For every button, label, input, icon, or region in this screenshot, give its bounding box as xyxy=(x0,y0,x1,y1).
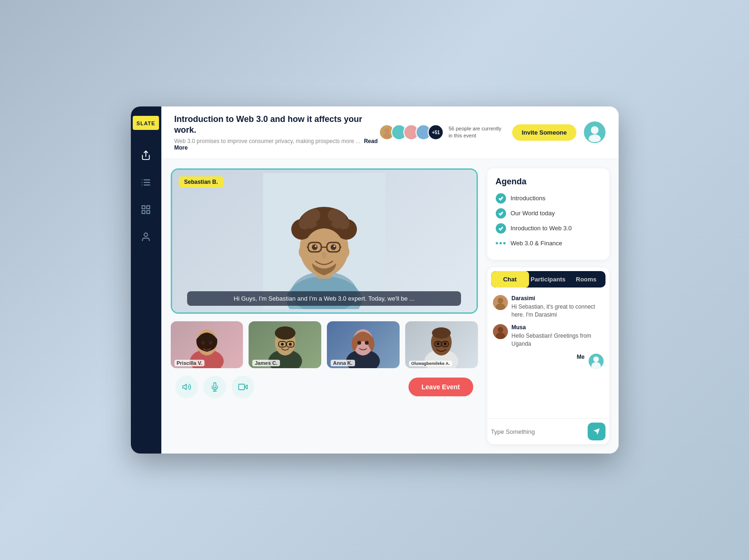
chat-message-me: Me xyxy=(493,354,604,369)
svg-point-40 xyxy=(315,245,317,247)
controls-left xyxy=(175,376,254,398)
video-section: Sebastian B. Hi Guys, I'm Sebastian and … xyxy=(171,168,478,444)
event-description: Web 3.0 promises to improve consumer pri… xyxy=(174,138,379,151)
svg-point-21 xyxy=(589,135,601,143)
svg-point-14 xyxy=(397,129,402,134)
svg-point-16 xyxy=(409,129,414,134)
agenda-item-4: Web 3.0 & Finance xyxy=(496,238,601,249)
svg-point-84 xyxy=(591,362,601,369)
sidebar-icon-person[interactable] xyxy=(139,230,152,243)
sidebar-icon-list[interactable] xyxy=(139,176,152,189)
participant-name-james: James C. xyxy=(252,360,280,366)
me-avatar xyxy=(589,354,604,369)
participant-thumb-anna: Anna K. xyxy=(327,321,400,368)
agenda-label-1: Introductions xyxy=(511,195,545,202)
tab-rooms[interactable]: Rooms xyxy=(567,271,605,288)
svg-point-79 xyxy=(498,298,503,303)
tab-chat[interactable]: Chat xyxy=(491,271,529,288)
svg-rect-78 xyxy=(238,384,244,390)
participant-name-anna: Anna K. xyxy=(331,360,355,366)
chat-messages: Darasimi Hi Sebastian, it's great to con… xyxy=(487,291,609,418)
svg-point-12 xyxy=(385,129,390,134)
participant-name-oluwagbemileke: Oluwagbemileke A. xyxy=(409,361,452,366)
header-right: +51 56 people are currently in this even… xyxy=(379,121,605,143)
svg-point-82 xyxy=(496,333,505,339)
svg-point-83 xyxy=(593,356,599,362)
chat-input[interactable] xyxy=(491,428,584,435)
darasimi-name: Darasimi xyxy=(512,295,604,302)
svg-point-35 xyxy=(307,209,320,222)
svg-point-68 xyxy=(432,327,451,339)
me-name: Me xyxy=(577,354,585,360)
svg-marker-74 xyxy=(182,384,186,390)
svg-point-65 xyxy=(365,341,369,345)
sidebar: SLATE xyxy=(131,106,161,454)
sidebar-icon-share[interactable] xyxy=(139,149,152,162)
darasimi-text: Hi Sebastian, it's great to connect here… xyxy=(512,303,604,319)
attendee-info: 56 people are currently in this event xyxy=(448,125,505,140)
agenda-check-2 xyxy=(496,208,506,219)
svg-point-49 xyxy=(340,245,349,258)
volume-button[interactable] xyxy=(175,376,198,398)
darasimi-avatar xyxy=(493,295,508,310)
svg-point-43 xyxy=(333,245,335,247)
svg-point-33 xyxy=(299,218,310,229)
content-area: Sebastian B. Hi Guys, I'm Sebastian and … xyxy=(161,159,619,454)
participant-thumb-james: James C. xyxy=(249,321,321,368)
svg-point-47 xyxy=(322,252,326,258)
main-content: Introduction to Web 3.0 and how it affec… xyxy=(161,106,619,454)
agenda-check-1 xyxy=(496,193,506,204)
invite-button[interactable]: Invite Someone xyxy=(512,124,576,141)
main-video: Sebastian B. Hi Guys, I'm Sebastian and … xyxy=(171,168,478,314)
svg-point-52 xyxy=(201,341,205,345)
agenda-title: Agenda xyxy=(496,177,601,187)
svg-point-81 xyxy=(498,327,503,333)
svg-rect-9 xyxy=(147,211,150,213)
svg-point-39 xyxy=(312,244,318,250)
svg-point-42 xyxy=(331,244,336,250)
leave-event-button[interactable]: Leave Event xyxy=(409,378,473,396)
svg-point-18 xyxy=(421,129,426,134)
participant-thumb-oluwagbemileke: Oluwagbemileke A. xyxy=(405,321,478,368)
svg-point-48 xyxy=(299,245,308,258)
svg-point-56 xyxy=(275,326,295,340)
svg-point-17 xyxy=(408,133,415,139)
svg-point-60 xyxy=(281,343,284,346)
avatar-count-badge: +51 xyxy=(428,124,444,140)
agenda-card: Agenda Introductions Our World today xyxy=(487,168,609,260)
agenda-item-2: Our World today xyxy=(496,208,601,219)
svg-marker-85 xyxy=(593,428,599,434)
attendees-section: +51 56 people are currently in this even… xyxy=(379,124,505,140)
musa-text: Hello Sebastian! Greetings from Uganda xyxy=(512,332,604,348)
tab-participants[interactable]: Participants xyxy=(529,271,567,288)
svg-point-61 xyxy=(289,343,292,346)
svg-point-34 xyxy=(338,218,349,229)
svg-rect-8 xyxy=(147,206,150,209)
speaker-badge: Sebastian B. xyxy=(179,176,224,188)
participants-row: Priscilla V. xyxy=(171,321,478,368)
svg-point-13 xyxy=(383,133,391,139)
svg-point-15 xyxy=(395,133,403,139)
mic-button[interactable] xyxy=(204,376,226,398)
sidebar-icon-grid[interactable] xyxy=(139,203,152,216)
event-title: Introduction to Web 3.0 and how it affec… xyxy=(174,114,371,136)
right-panel: Agenda Introductions Our World today xyxy=(487,168,609,444)
svg-point-73 xyxy=(444,342,446,345)
video-button[interactable] xyxy=(232,376,254,398)
svg-rect-7 xyxy=(142,206,145,209)
svg-point-19 xyxy=(420,133,427,139)
subtitle-bar: Hi Guys, I'm Sebastian and I'm a Web 3.0… xyxy=(187,291,461,306)
controls-bar: Leave Event xyxy=(171,376,478,398)
svg-point-64 xyxy=(357,341,361,345)
agenda-label-3: Inroduction to Web 3.0 xyxy=(511,225,572,232)
send-button[interactable] xyxy=(588,423,605,440)
agenda-check-3 xyxy=(496,223,506,234)
musa-avatar xyxy=(493,324,508,339)
agenda-pending-4 xyxy=(496,238,506,249)
svg-rect-10 xyxy=(142,211,145,213)
chat-tabs: Chat Participants Rooms xyxy=(491,271,605,288)
musa-name: Musa xyxy=(512,324,604,331)
chat-card: Chat Participants Rooms Darasimi H xyxy=(487,267,609,444)
svg-point-11 xyxy=(144,233,147,236)
participant-name-priscilla: Priscilla V. xyxy=(174,360,205,366)
